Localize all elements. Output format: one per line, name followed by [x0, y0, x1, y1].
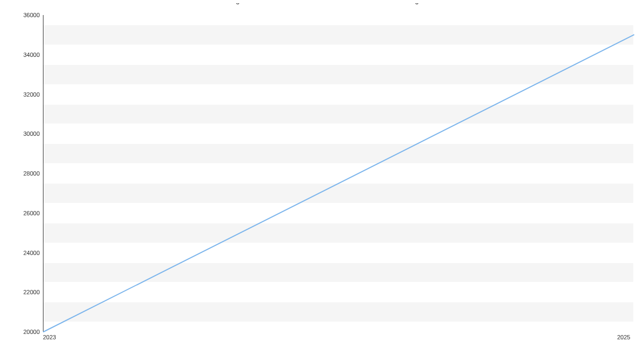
series-line: [43, 35, 634, 332]
y-tick-label: 30000: [2, 130, 40, 137]
line-layer: [43, 15, 633, 331]
y-tick-label: 22000: [2, 289, 40, 295]
plot-area: [43, 15, 633, 332]
x-tick-label: 2025: [617, 334, 630, 340]
y-tick-label: 32000: [2, 91, 40, 98]
chart-container: ЗАРПЛАТА В ИНДИВИДУАЛЬНЫЙ ПРЕДПРИНИМАТЕЛ…: [0, 0, 644, 349]
y-tick-label: 26000: [2, 210, 40, 216]
y-tick-label: 36000: [2, 12, 40, 18]
y-tick-label: 34000: [2, 52, 40, 58]
y-tick-label: 24000: [2, 250, 40, 256]
x-tick-label: 2023: [43, 334, 56, 340]
y-tick-label: 28000: [2, 170, 40, 177]
y-tick-label: 20000: [2, 329, 40, 335]
